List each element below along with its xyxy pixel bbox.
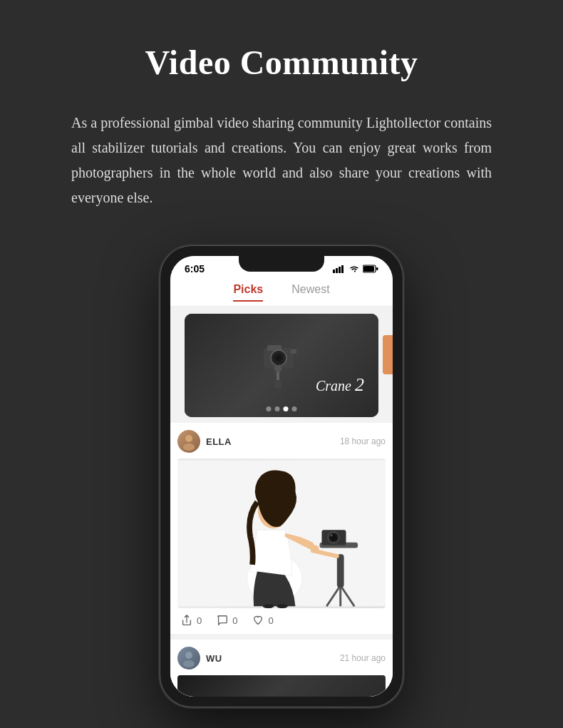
svg-point-36 <box>183 660 195 667</box>
svg-rect-29 <box>337 554 344 588</box>
svg-point-16 <box>185 435 192 442</box>
carousel-dots <box>267 406 297 411</box>
post-ella-like[interactable]: 0 <box>252 614 273 627</box>
svg-rect-12 <box>291 349 296 354</box>
page-title: Video Community <box>145 43 418 82</box>
signal-icon <box>333 265 346 273</box>
svg-point-25 <box>277 604 288 608</box>
post-ella-comment-count: 0 <box>232 615 237 626</box>
post-ella-header: ELLA 18 hour ago <box>177 430 386 453</box>
heart-icon <box>252 614 264 627</box>
post-wu-user: WU <box>177 647 222 670</box>
wifi-icon <box>349 265 359 273</box>
battery-icon <box>363 265 378 273</box>
phone-notch <box>239 256 324 272</box>
tab-picks[interactable]: Picks <box>233 283 263 302</box>
share-icon <box>180 614 193 627</box>
status-time: 6:05 <box>185 263 205 275</box>
post-ella-share-count: 0 <box>197 615 202 626</box>
svg-point-24 <box>263 604 274 608</box>
gimbal-camera-illustration <box>249 337 314 394</box>
featured-card: Crane 2 <box>185 314 378 417</box>
post-ella-username: ELLA <box>206 436 232 447</box>
featured-card-bg: Crane 2 <box>185 314 378 417</box>
post-wu-username: WU <box>206 653 222 664</box>
post-wu-header: WU 21 hour ago <box>177 647 386 670</box>
phone-frame: 6:05 <box>160 246 403 707</box>
svg-point-14 <box>274 365 282 372</box>
phone-screen: 6:05 <box>170 256 393 697</box>
svg-point-34 <box>331 534 333 536</box>
svg-point-17 <box>183 444 195 451</box>
svg-rect-1 <box>336 268 338 273</box>
post-ella-share[interactable]: 0 <box>180 614 202 627</box>
post-wu-image-partial <box>177 675 386 697</box>
avatar-ella <box>177 430 200 453</box>
svg-rect-0 <box>333 270 335 273</box>
dot-1 <box>267 406 272 411</box>
featured-title: Crane 2 <box>316 374 364 396</box>
svg-point-11 <box>276 355 282 361</box>
svg-rect-6 <box>376 267 378 270</box>
post-ella-actions: 0 0 0 <box>177 608 386 627</box>
post-ella-user: ELLA <box>177 430 232 453</box>
page-description: As a professional gimbal video sharing c… <box>71 111 492 210</box>
feed: Crane 2 <box>170 314 393 697</box>
side-tab <box>383 335 393 374</box>
tab-bar: Picks Newest <box>170 277 393 307</box>
tab-newest[interactable]: Newest <box>291 283 329 302</box>
post-wu-time: 21 hour ago <box>340 653 386 663</box>
post-ella-like-count: 0 <box>268 615 273 626</box>
phone-mockup: 6:05 <box>14 246 549 707</box>
post-ella-time: 18 hour ago <box>340 436 386 446</box>
avatar-wu <box>177 647 200 670</box>
dot-3 <box>284 406 289 411</box>
svg-point-35 <box>185 652 192 659</box>
post-ella-comment[interactable]: 0 <box>216 614 237 627</box>
post-ella-illustration <box>177 458 386 608</box>
svg-rect-5 <box>363 266 374 272</box>
post-ella: ELLA 18 hour ago <box>170 423 393 634</box>
comment-icon <box>216 614 229 627</box>
dot-4 <box>292 406 297 411</box>
svg-rect-3 <box>341 265 344 273</box>
svg-rect-15 <box>274 380 282 389</box>
svg-rect-2 <box>339 267 341 273</box>
status-icons <box>333 265 378 273</box>
post-ella-image <box>177 458 386 608</box>
dot-2 <box>275 406 280 411</box>
post-wu: WU 21 hour ago <box>170 640 393 697</box>
